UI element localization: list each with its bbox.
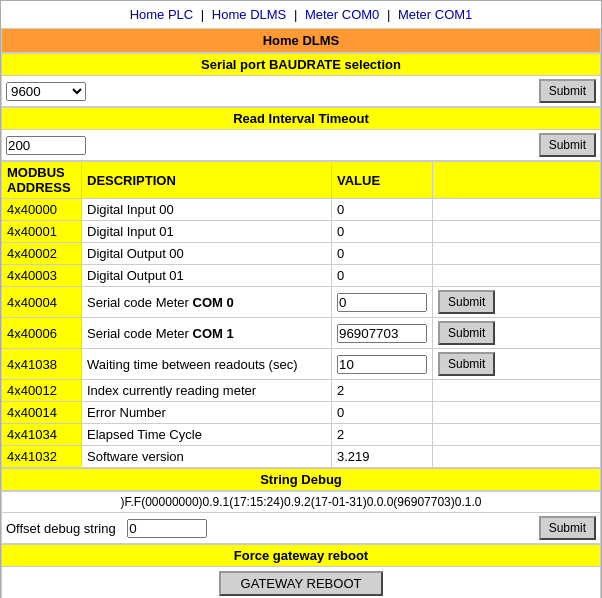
baudrate-input-area: 9600 19200 38400 115200	[2, 79, 535, 104]
table-cell-addr: 4x40000	[2, 199, 82, 221]
table-cell-action	[433, 380, 601, 402]
read-interval-input-area	[2, 133, 535, 158]
table-row: 4x41038Waiting time between readouts (se…	[2, 349, 601, 380]
table-cell-desc: Serial code Meter COM 1	[82, 318, 332, 349]
table-submit-button[interactable]: Submit	[438, 321, 495, 345]
table-cell-action	[433, 424, 601, 446]
table-row: 4x40006Serial code Meter COM 1Submit	[2, 318, 601, 349]
table-row: 4x40000Digital Input 000	[2, 199, 601, 221]
read-interval-submit-area: Submit	[535, 130, 600, 160]
table-cell-addr: 4x40004	[2, 287, 82, 318]
table-cell-addr: 4x40006	[2, 318, 82, 349]
nav-sep-1: |	[201, 7, 204, 22]
table-cell-addr: 4x40003	[2, 265, 82, 287]
string-debug-value: )F.F(00000000)0.9.1(17:15:24)0.9.2(17-01…	[1, 491, 601, 513]
table-cell-addr: 4x40001	[2, 221, 82, 243]
col-header-val: VALUE	[332, 162, 433, 199]
main-table: MODBUS ADDRESS DESCRIPTION VALUE 4x40000…	[1, 161, 601, 468]
offset-debug-submit-button[interactable]: Submit	[539, 516, 596, 540]
table-submit-button[interactable]: Submit	[438, 352, 495, 376]
baudrate-header: Serial port BAUDRATE selection	[1, 53, 601, 76]
table-cell-action	[433, 221, 601, 243]
read-interval-input[interactable]	[6, 136, 86, 155]
nav-meter-com1[interactable]: Meter COM1	[398, 7, 472, 22]
col-header-action	[433, 162, 601, 199]
table-cell-addr: 4x41038	[2, 349, 82, 380]
table-cell-desc: Digital Output 00	[82, 243, 332, 265]
table-cell-action: Submit	[433, 287, 601, 318]
nav-sep-3: |	[387, 7, 390, 22]
offset-debug-submit-area: Submit	[535, 513, 600, 543]
table-row: 4x41032Software version3.219	[2, 446, 601, 468]
table-cell-action	[433, 199, 601, 221]
read-interval-header: Read Interval Timeout	[1, 107, 601, 130]
baudrate-submit-area: Submit	[535, 76, 600, 106]
string-debug-header: String Debug	[1, 468, 601, 491]
table-row: 4x41034Elapsed Time Cycle2	[2, 424, 601, 446]
table-cell-value: 0	[332, 265, 433, 287]
offset-debug-row: Offset debug string Submit	[1, 513, 601, 544]
table-row: 4x40003Digital Output 010	[2, 265, 601, 287]
table-cell-value: 2	[332, 424, 433, 446]
table-cell-value: 0	[332, 402, 433, 424]
table-cell-action: Submit	[433, 349, 601, 380]
table-cell-addr: 4x41034	[2, 424, 82, 446]
col-header-addr: MODBUS ADDRESS	[2, 162, 82, 199]
table-value-input[interactable]	[337, 293, 427, 312]
table-value-input[interactable]	[337, 324, 427, 343]
read-interval-submit-button[interactable]: Submit	[539, 133, 596, 157]
table-cell-value: 0	[332, 221, 433, 243]
table-cell-action	[433, 402, 601, 424]
table-cell-value: 0	[332, 243, 433, 265]
force-reboot-area: GATEWAY REBOOT	[1, 567, 601, 598]
table-cell-value: 3.219	[332, 446, 433, 468]
baudrate-select[interactable]: 9600 19200 38400 115200	[6, 82, 86, 101]
gateway-reboot-button[interactable]: GATEWAY REBOOT	[219, 571, 384, 596]
table-cell-addr: 4x40012	[2, 380, 82, 402]
table-cell-addr: 4x40014	[2, 402, 82, 424]
table-row: 4x40014Error Number0	[2, 402, 601, 424]
table-cell-value	[332, 287, 433, 318]
table-cell-value	[332, 318, 433, 349]
baudrate-row: 9600 19200 38400 115200 Submit	[1, 76, 601, 107]
table-row: 4x40001Digital Input 010	[2, 221, 601, 243]
table-cell-desc: Digital Input 01	[82, 221, 332, 243]
table-cell-action	[433, 265, 601, 287]
table-row: 4x40004Serial code Meter COM 0Submit	[2, 287, 601, 318]
nav-home-dlms[interactable]: Home DLMS	[212, 7, 286, 22]
table-header-row: MODBUS ADDRESS DESCRIPTION VALUE	[2, 162, 601, 199]
table-cell-addr: 4x41032	[2, 446, 82, 468]
table-row: 4x40012Index currently reading meter2	[2, 380, 601, 402]
table-cell-desc: Serial code Meter COM 0	[82, 287, 332, 318]
table-cell-value: 0	[332, 199, 433, 221]
nav-sep-2: |	[294, 7, 297, 22]
nav-home-plc[interactable]: Home PLC	[130, 7, 194, 22]
baudrate-submit-button[interactable]: Submit	[539, 79, 596, 103]
table-cell-desc: Software version	[82, 446, 332, 468]
offset-debug-label: Offset debug string	[6, 521, 116, 536]
table-submit-button[interactable]: Submit	[438, 290, 495, 314]
table-cell-desc: Error Number	[82, 402, 332, 424]
page-title: Home DLMS	[1, 28, 601, 53]
table-cell-desc: Index currently reading meter	[82, 380, 332, 402]
table-cell-desc: Waiting time between readouts (sec)	[82, 349, 332, 380]
offset-debug-input-area: Offset debug string	[2, 516, 535, 541]
table-cell-desc: Elapsed Time Cycle	[82, 424, 332, 446]
read-interval-row: Submit	[1, 130, 601, 161]
table-cell-action	[433, 446, 601, 468]
table-cell-value: 2	[332, 380, 433, 402]
table-cell-action: Submit	[433, 318, 601, 349]
table-cell-desc: Digital Output 01	[82, 265, 332, 287]
offset-debug-input[interactable]	[127, 519, 207, 538]
table-cell-addr: 4x40002	[2, 243, 82, 265]
table-cell-action	[433, 243, 601, 265]
nav-bar: Home PLC | Home DLMS | Meter COM0 | Mete…	[1, 1, 601, 28]
force-reboot-header: Force gateway reboot	[1, 544, 601, 567]
col-header-desc: DESCRIPTION	[82, 162, 332, 199]
table-cell-value	[332, 349, 433, 380]
table-cell-desc: Digital Input 00	[82, 199, 332, 221]
table-row: 4x40002Digital Output 000	[2, 243, 601, 265]
nav-meter-com0[interactable]: Meter COM0	[305, 7, 379, 22]
table-value-input[interactable]	[337, 355, 427, 374]
